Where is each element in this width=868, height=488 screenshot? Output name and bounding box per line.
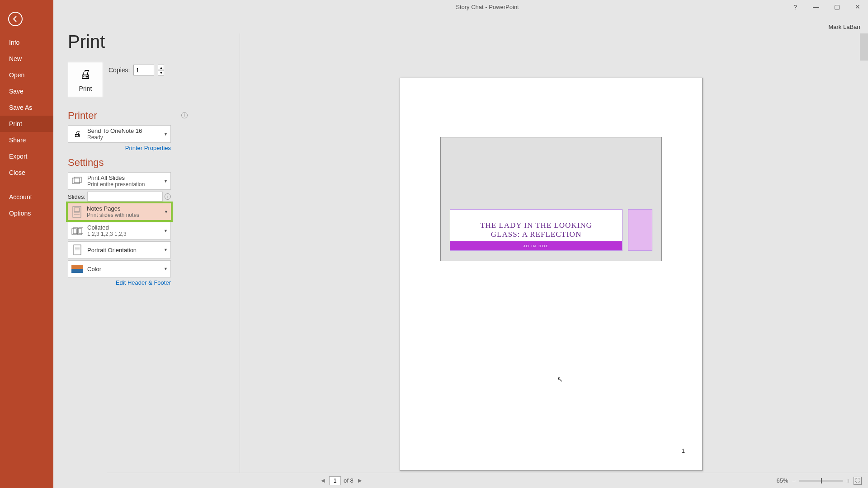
chevron-down-icon: ▼ <box>164 267 168 271</box>
nav-account[interactable]: Account <box>0 189 53 205</box>
maximize-button[interactable]: ▢ <box>826 0 847 14</box>
printer-name: Send To OneNote 16 <box>87 127 164 134</box>
collate-icon <box>71 225 84 237</box>
print-preview-area: THE LADY IN THE LOOKING GLASS: A REFLECT… <box>243 33 859 473</box>
color-dropdown[interactable]: Color ▼ <box>68 260 171 277</box>
slide-title-line2: GLASS: A REFLECTION <box>491 230 581 239</box>
notes-page-icon <box>71 206 83 218</box>
color-icon <box>71 263 84 275</box>
zoom-slider[interactable] <box>799 480 843 482</box>
nav-export[interactable]: Export <box>0 148 53 164</box>
slides-info-icon[interactable]: i <box>165 193 171 200</box>
edit-header-footer-link[interactable]: Edit Header & Footer <box>68 279 171 286</box>
settings-heading: Settings <box>68 157 188 169</box>
nav-share[interactable]: Share <box>0 132 53 148</box>
zoom-in-button[interactable]: + <box>846 477 850 484</box>
nav-options[interactable]: Options <box>0 205 53 221</box>
nav-save[interactable]: Save <box>0 83 53 99</box>
prev-page-button[interactable]: ◀ <box>319 478 326 483</box>
current-page-input[interactable] <box>329 476 341 485</box>
chevron-down-icon: ▼ <box>164 179 168 183</box>
slides-stack-icon <box>71 175 84 188</box>
nav-new[interactable]: New <box>0 51 53 67</box>
slide-title-line1: THE LADY IN THE LOOKING <box>480 221 592 230</box>
print-button[interactable]: 🖨 Print <box>68 62 103 97</box>
print-layout-sub: Print slides with notes <box>87 212 164 218</box>
slides-label: Slides: <box>68 193 85 200</box>
slide-thumbnail: THE LADY IN THE LOOKING GLASS: A REFLECT… <box>440 137 662 261</box>
nav-save-as[interactable]: Save As <box>0 99 53 116</box>
printer-device-icon: 🖨 <box>71 128 84 141</box>
title-bar: Story Chat - PowerPoint ? — ▢ ✕ <box>107 0 868 14</box>
back-arrow-icon <box>12 15 19 23</box>
zoom-percent[interactable]: 65% <box>777 477 788 484</box>
preview-page-number: 1 <box>682 448 685 454</box>
scrollbar-thumb[interactable] <box>860 33 868 61</box>
slide-title-box: THE LADY IN THE LOOKING GLASS: A REFLECT… <box>450 209 623 251</box>
copies-input[interactable] <box>133 65 154 75</box>
color-title: Color <box>87 266 164 272</box>
printer-info-icon[interactable]: i <box>181 112 188 118</box>
print-layout-dropdown[interactable]: Notes Pages Print slides with notes ▼ <box>68 203 171 220</box>
nav-open[interactable]: Open <box>0 67 53 83</box>
zoom-controls: 65% − + ⛶ <box>777 477 862 485</box>
print-range-sub: Print entire presentation <box>87 181 164 188</box>
collate-dropdown[interactable]: Collated 1,2,3 1,2,3 1,2,3 ▼ <box>68 222 171 239</box>
print-layout-title: Notes Pages <box>87 205 164 212</box>
chevron-down-icon: ▼ <box>164 132 168 136</box>
close-button[interactable]: ✕ <box>847 0 868 14</box>
collate-sub: 1,2,3 1,2,3 1,2,3 <box>87 231 164 237</box>
nav-close[interactable]: Close <box>0 164 53 181</box>
print-range-title: Print All Slides <box>87 174 164 181</box>
orientation-dropdown[interactable]: Portrait Orientation ▼ <box>68 241 171 258</box>
vertical-scrollbar[interactable] <box>860 33 868 473</box>
next-page-button[interactable]: ▶ <box>356 478 363 483</box>
main-area: Story Chat - PowerPoint ? — ▢ ✕ Mark LaB… <box>53 0 868 488</box>
nav-info[interactable]: Info <box>0 34 53 51</box>
portrait-icon <box>71 244 84 256</box>
printer-heading: Printer <box>68 110 97 122</box>
collate-title: Collated <box>87 224 164 231</box>
status-bar: ◀ of 8 ▶ 65% − + ⛶ <box>107 473 868 488</box>
page-navigator: ◀ of 8 ▶ <box>319 476 363 485</box>
slides-input[interactable] <box>87 192 163 202</box>
copies-down[interactable]: ▼ <box>158 70 164 75</box>
minimize-button[interactable]: — <box>806 0 826 14</box>
orientation-title: Portrait Orientation <box>87 247 164 253</box>
copies-up[interactable]: ▲ <box>158 65 164 70</box>
printer-icon: 🖨 <box>80 67 91 81</box>
column-divider <box>240 33 240 473</box>
page-of-label: of 8 <box>344 477 354 484</box>
page-title: Print <box>68 32 188 52</box>
fit-to-window-button[interactable]: ⛶ <box>854 477 862 485</box>
layout-highlight: Notes Pages Print slides with notes ▼ <box>66 202 173 222</box>
chevron-down-icon: ▼ <box>164 229 168 233</box>
nav-print[interactable]: Print <box>0 116 53 132</box>
print-settings-column: Print 🖨 Print Copies: ▲ ▼ Printer i 🖨 S <box>68 32 188 291</box>
print-button-label: Print <box>79 85 92 92</box>
printer-dropdown[interactable]: 🖨 Send To OneNote 16 Ready ▼ <box>68 125 171 143</box>
copies-label: Copies: <box>108 66 130 74</box>
back-button[interactable] <box>8 12 23 26</box>
slide-side-box <box>628 209 652 251</box>
printer-status: Ready <box>87 134 164 141</box>
slide-author: JOHN DOE <box>450 241 622 250</box>
zoom-out-button[interactable]: − <box>792 477 796 484</box>
chevron-down-icon: ▼ <box>164 210 168 214</box>
window-title: Story Chat - PowerPoint <box>456 4 519 10</box>
backstage-sidebar: Info New Open Save Save As Print Share E… <box>0 0 53 488</box>
printer-properties-link[interactable]: Printer Properties <box>68 145 171 151</box>
svg-rect-3 <box>74 208 80 211</box>
chevron-down-icon: ▼ <box>164 248 168 252</box>
preview-page: THE LADY IN THE LOOKING GLASS: A REFLECT… <box>400 78 703 471</box>
print-range-dropdown[interactable]: Print All Slides Print entire presentati… <box>68 172 171 190</box>
help-button[interactable]: ? <box>785 0 806 14</box>
user-name[interactable]: Mark LaBarr <box>828 23 861 30</box>
